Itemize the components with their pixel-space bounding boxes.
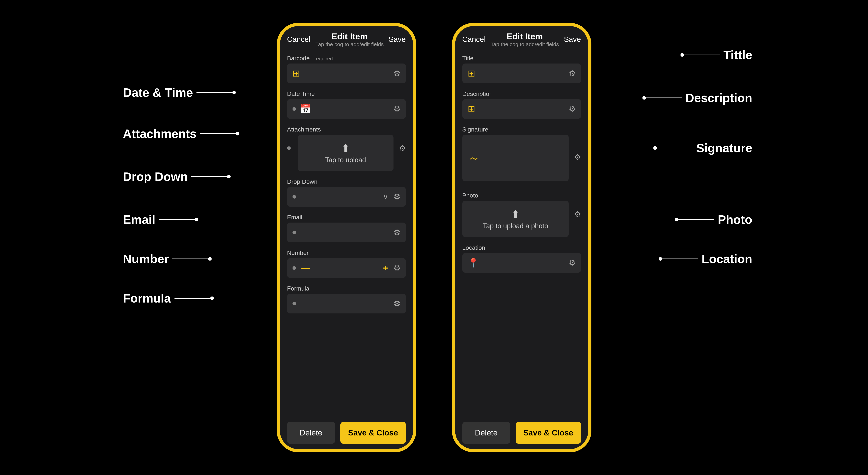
left-phone-content: Barcode - required ⊞ ⚙ Date Time 📅 <box>280 51 413 416</box>
dropdown-label: Drop Down <box>287 178 406 185</box>
upload-text: Tap to upload <box>325 156 366 164</box>
datetime-label: Date Time <box>287 90 406 97</box>
attachments-gear-button[interactable]: ⚙ <box>397 144 406 153</box>
upload-icon: ⬆ <box>341 142 350 154</box>
email-dot <box>292 231 296 234</box>
formula-group: Formula ⚙ <box>280 281 413 314</box>
signature-field-area[interactable]: ～ <box>462 135 569 181</box>
right-phone-content: Title ⊞ ⚙ Description ⊞ ⚙ <box>455 51 588 416</box>
description-barcode-icon: ⊞ <box>468 104 475 114</box>
location-pin-icon: 📍 <box>468 258 479 268</box>
datetime-dot <box>292 107 296 111</box>
number-plus-icon: + <box>383 263 388 273</box>
attachments-group: Attachments ⬆ Tap to upload ⚙ <box>280 122 413 171</box>
left-save-button[interactable]: Save <box>389 35 406 43</box>
annotation-title-label: Tittle <box>723 48 752 62</box>
signature-wave-icon: ～ <box>468 150 563 167</box>
barcode-icon: ⊞ <box>292 68 300 79</box>
barcode-field-row[interactable]: ⊞ ⚙ <box>287 63 406 83</box>
formula-dot <box>292 302 296 305</box>
number-gear-button[interactable]: ⚙ <box>392 263 401 272</box>
attachments-dot <box>287 146 291 150</box>
left-save-close-button[interactable]: Save & Close <box>340 422 406 444</box>
right-phone-footer: Delete Save & Close <box>455 416 588 449</box>
number-dot <box>292 266 296 270</box>
right-save-close-button[interactable]: Save & Close <box>516 422 581 444</box>
email-gear-button[interactable]: ⚙ <box>392 228 401 237</box>
number-group: Number — + ⚙ <box>280 246 413 278</box>
barcode-gear-button[interactable]: ⚙ <box>392 69 401 78</box>
right-phone-header: Cancel Edit Item Tap the cog to add/edit… <box>455 26 588 51</box>
dropdown-field-row[interactable]: ∨ ⚙ <box>287 187 406 207</box>
email-field-row[interactable]: ⚙ <box>287 222 406 242</box>
description-label: Description <box>462 90 581 97</box>
formula-gear-button[interactable]: ⚙ <box>392 299 401 308</box>
location-label: Location <box>462 244 581 251</box>
right-header-title-block: Edit Item Tap the cog to add/edit fields <box>491 31 559 48</box>
right-cancel-button[interactable]: Cancel <box>462 35 486 43</box>
photo-row: ⬆ Tap to upload a photo ⚙ <box>462 201 581 237</box>
right-delete-button[interactable]: Delete <box>462 422 510 444</box>
left-edit-item-title: Edit Item <box>315 31 384 41</box>
attachments-row: ⬆ Tap to upload ⚙ <box>287 135 406 171</box>
attachments-label: Attachments <box>287 126 406 133</box>
datetime-group: Date Time 📅 ⚙ <box>280 87 413 119</box>
right-header-subtitle: Tap the cog to add/edit fields <box>491 41 559 48</box>
annotation-email-label: Email <box>123 212 155 227</box>
right-save-button[interactable]: Save <box>564 35 581 43</box>
attachments-upload-area[interactable]: ⬆ Tap to upload <box>298 135 394 171</box>
annotation-datetime-label: Date & Time <box>123 86 193 99</box>
barcode-label: Barcode - required <box>287 55 406 62</box>
formula-label: Formula <box>287 285 406 292</box>
location-gear-button[interactable]: ⚙ <box>567 258 576 267</box>
annotation-signature-label: Signature <box>696 141 752 155</box>
datetime-field-row[interactable]: 📅 ⚙ <box>287 99 406 119</box>
description-group: Description ⊞ ⚙ <box>455 87 588 119</box>
datetime-gear-button[interactable]: ⚙ <box>392 104 401 113</box>
annotation-dropdown-label: Drop Down <box>123 170 188 183</box>
location-field-row[interactable]: 📍 ⚙ <box>462 253 581 273</box>
description-field-row[interactable]: ⊞ ⚙ <box>462 99 581 119</box>
left-header-title-block: Edit Item Tap the cog to add/edit fields <box>315 31 384 48</box>
dropdown-gear-button[interactable]: ⚙ <box>392 192 401 201</box>
annotation-description-label: Description <box>685 91 752 105</box>
formula-field-row[interactable]: ⚙ <box>287 294 406 314</box>
left-cancel-button[interactable]: Cancel <box>287 35 311 43</box>
title-group: Title ⊞ ⚙ <box>455 51 588 83</box>
dropdown-dot <box>292 195 296 199</box>
left-phone-footer: Delete Save & Close <box>280 416 413 449</box>
signature-gear-button[interactable]: ⚙ <box>572 153 581 162</box>
email-label: Email <box>287 214 406 221</box>
left-phone-header: Cancel Edit Item Tap the cog to add/edit… <box>280 26 413 51</box>
title-barcode-icon: ⊞ <box>468 68 475 79</box>
left-header-subtitle: Tap the cog to add/edit fields <box>315 41 384 48</box>
photo-upload-icon: ⬆ <box>511 208 520 220</box>
photo-gear-button[interactable]: ⚙ <box>572 210 581 219</box>
left-delete-button[interactable]: Delete <box>287 422 335 444</box>
title-field-row[interactable]: ⊞ ⚙ <box>462 63 581 83</box>
annotation-number-label: Number <box>123 252 169 266</box>
number-field-row[interactable]: — + ⚙ <box>287 258 406 278</box>
signature-label: Signature <box>462 126 581 133</box>
annotation-formula-label: Formula <box>123 291 171 305</box>
right-phone: Cancel Edit Item Tap the cog to add/edit… <box>452 23 591 452</box>
photo-label: Photo <box>462 192 581 199</box>
number-label: Number <box>287 249 406 256</box>
datetime-icon: 📅 <box>300 103 311 114</box>
photo-upload-area[interactable]: ⬆ Tap to upload a photo <box>462 201 569 237</box>
annotation-photo-label: Photo <box>718 212 752 227</box>
dropdown-group: Drop Down ∨ ⚙ <box>280 175 413 207</box>
title-label: Title <box>462 55 581 62</box>
email-group: Email ⚙ <box>280 210 413 242</box>
description-gear-button[interactable]: ⚙ <box>567 104 576 113</box>
location-group: Location 📍 ⚙ <box>455 241 588 273</box>
annotation-attachments-label: Attachments <box>123 127 197 141</box>
left-phone: Cancel Edit Item Tap the cog to add/edit… <box>277 23 416 452</box>
signature-group: Signature ～ ⚙ <box>455 122 588 185</box>
dropdown-chevron-icon: ∨ <box>383 193 388 201</box>
photo-group: Photo ⬆ Tap to upload a photo ⚙ <box>455 188 588 237</box>
photo-upload-text: Tap to upload a photo <box>483 222 548 230</box>
annotation-location-label: Location <box>702 252 752 266</box>
right-edit-item-title: Edit Item <box>491 31 559 41</box>
title-gear-button[interactable]: ⚙ <box>567 69 576 78</box>
